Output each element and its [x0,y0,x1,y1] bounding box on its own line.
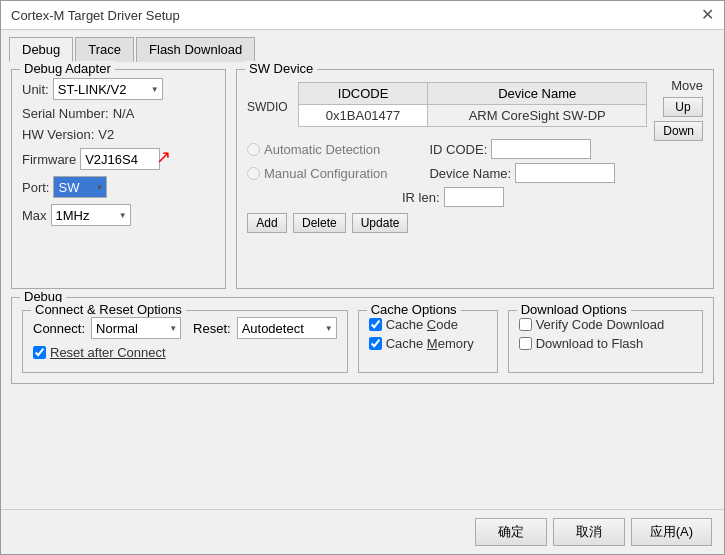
download-flash-row[interactable]: Download to Flash [519,336,692,351]
ok-button[interactable]: 确定 [475,518,547,546]
manual-config-radio[interactable]: Manual Configuration [247,166,419,181]
delete-button[interactable]: Delete [293,213,346,233]
debug-inner: Connect & Reset Options Connect: Normal … [22,310,703,373]
idcode-value: 0x1BA01477 [298,105,428,127]
cache-code-row[interactable]: Cache Code [369,317,487,332]
connect-reset-group: Connect & Reset Options Connect: Normal … [22,310,348,373]
cache-code-checkbox[interactable] [369,318,382,331]
port-select-wrapper: SW JTAG [53,176,107,198]
main-window: Cortex-M Target Driver Setup ✕ Debug Tra… [0,0,725,555]
tab-debug[interactable]: Debug [9,37,73,62]
connect-reset-title: Connect & Reset Options [31,302,186,317]
auto-detection-radio[interactable]: Automatic Detection [247,142,419,157]
apply-button[interactable]: 应用(A) [631,518,712,546]
sw-left: SWDIO IDCODE Device Name [247,78,647,233]
unit-row: Unit: ST-LINK/V2 [22,78,215,100]
debug-section: Debug Connect & Reset Options Connect: N… [11,297,714,384]
unit-select[interactable]: ST-LINK/V2 [53,78,163,100]
max-label: Max [22,208,47,223]
sw-device-title: SW Device [245,61,317,76]
reset-after-connect-row[interactable]: Reset after Connect [33,345,337,360]
download-options-group: Download Options Verify Code Download Do… [508,310,703,373]
serial-row: Serial Number: N/A [22,106,215,121]
close-button[interactable]: ✕ [701,7,714,23]
ir-len-label: IR len: [402,190,440,205]
unit-label: Unit: [22,82,49,97]
hw-label: HW Version: [22,127,94,142]
device-name-value: ARM CoreSight SW-DP [428,105,647,127]
cancel-button[interactable]: 取消 [553,518,625,546]
firmware-row: Firmware V2J16S4 ↗ [22,148,215,170]
cache-options-title: Cache Options [367,302,461,317]
table-row: 0x1BA01477 ARM CoreSight SW-DP [298,105,646,127]
verify-code-row[interactable]: Verify Code Download [519,317,692,332]
connect-select[interactable]: Normal [91,317,181,339]
debug-adapter-group: Debug Adapter Unit: ST-LINK/V2 Serial Nu… [11,69,226,289]
main-content: Debug Adapter Unit: ST-LINK/V2 Serial Nu… [1,61,724,509]
device-name-label: Device Name: [429,166,511,181]
id-code-label: ID CODE: [429,142,487,157]
max-select[interactable]: 1MHz [51,204,131,226]
max-row: Max 1MHz [22,204,215,226]
window-title: Cortex-M Target Driver Setup [11,8,180,23]
ir-len-input[interactable] [444,187,504,207]
up-button[interactable]: Up [663,97,703,117]
sw-device-inner: SWDIO IDCODE Device Name [247,78,703,233]
max-select-wrapper: 1MHz [51,204,131,226]
sw-device-group: SW Device SWDIO IDCODE Device Name [236,69,714,289]
connect-label: Connect: [33,321,85,336]
swdio-label: SWDIO [247,100,288,114]
add-button[interactable]: Add [247,213,287,233]
cache-memory-checkbox[interactable] [369,337,382,350]
arrow-icon: ↗ [156,146,171,168]
verify-code-label: Verify Code Download [536,317,665,332]
download-flash-checkbox[interactable] [519,337,532,350]
id-code-input[interactable] [491,139,591,159]
port-select[interactable]: SW JTAG [53,176,107,198]
connect-row: Connect: Normal Reset: Autodetect [33,317,337,339]
title-bar: Cortex-M Target Driver Setup ✕ [1,1,724,30]
cache-memory-row[interactable]: Cache Memory [369,336,487,351]
bottom-bar: 确定 取消 应用(A) [1,509,724,554]
cache-memory-label: Cache Memory [386,336,474,351]
down-button[interactable]: Down [654,121,703,141]
tab-trace[interactable]: Trace [75,37,134,62]
cache-code-label: Cache Code [386,317,458,332]
hw-row: HW Version: V2 [22,127,215,142]
firmware-value: V2J16S4 [80,148,160,170]
serial-label: Serial Number: [22,106,109,121]
reset-after-label: Reset after Connect [50,345,166,360]
connect-select-wrapper: Normal [91,317,181,339]
update-button[interactable]: Update [352,213,409,233]
top-panels: Debug Adapter Unit: ST-LINK/V2 Serial Nu… [11,69,714,289]
sw-right: Move Up Down [653,78,703,233]
action-buttons: Add Delete Update [247,213,647,233]
tab-flash-download[interactable]: Flash Download [136,37,255,62]
device-name-input[interactable] [515,163,615,183]
port-row: Port: SW JTAG [22,176,215,198]
verify-code-checkbox[interactable] [519,318,532,331]
cache-options-group: Cache Options Cache Code Cache Memory [358,310,498,373]
col-idcode: IDCODE [298,83,428,105]
hw-value: V2 [98,127,114,142]
port-label: Port: [22,180,49,195]
serial-value: N/A [113,106,135,121]
col-device-name: Device Name [428,83,647,105]
unit-select-wrapper: ST-LINK/V2 [53,78,163,100]
reset-label: Reset: [193,321,231,336]
debug-adapter-title: Debug Adapter [20,61,115,76]
move-label: Move [671,78,703,93]
download-flash-label: Download to Flash [536,336,644,351]
download-options-title: Download Options [517,302,631,317]
firmware-label: Firmware [22,152,76,167]
sw-table: IDCODE Device Name 0x1BA01477 ARM CoreSi… [298,82,647,127]
reset-select-wrapper: Autodetect [237,317,337,339]
reset-select[interactable]: Autodetect [237,317,337,339]
tab-bar: Debug Trace Flash Download [1,30,724,61]
reset-after-connect-checkbox[interactable] [33,346,46,359]
